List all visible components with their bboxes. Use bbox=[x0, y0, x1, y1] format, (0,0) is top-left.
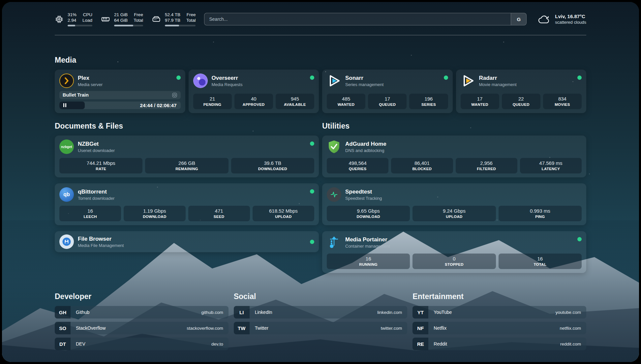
link-reddit[interactable]: RE Reddit reddit.com bbox=[412, 338, 586, 350]
section-title-entertainment: Entertainment bbox=[412, 292, 586, 301]
cloud-icon bbox=[537, 14, 551, 25]
status-dot-online bbox=[310, 141, 314, 146]
section-title-utilities: Utilities bbox=[322, 122, 586, 131]
cpu-progress-bar bbox=[68, 25, 92, 26]
stat-box: 17 WANTED bbox=[461, 94, 499, 109]
link-abbr: GH bbox=[55, 306, 71, 318]
cpu-label-2: Load bbox=[82, 17, 92, 23]
link-youtube[interactable]: YT YouTube youtube.com bbox=[412, 306, 586, 318]
link-netflix[interactable]: NF Netflix netflix.com bbox=[412, 322, 586, 334]
link-url: twitter.com bbox=[381, 326, 408, 331]
weather-widget[interactable]: Lviv, 16.87°C scattered clouds bbox=[537, 14, 586, 25]
card-portainer[interactable]: Media Portainer Container management 16 … bbox=[322, 231, 586, 273]
app-name: AdGuard Home bbox=[345, 141, 386, 147]
stat-box: 2,956 FILTERED bbox=[456, 158, 517, 173]
app-subtitle: Series management bbox=[345, 82, 383, 87]
playback-progress-bar: 24:44 / 02:06:47 bbox=[59, 102, 181, 109]
stat-box: 16 RUNNING bbox=[327, 254, 410, 269]
stat-box: 196 SERIES bbox=[409, 94, 448, 109]
stat-box: 471 SEED bbox=[188, 206, 250, 221]
stat-value: 196 bbox=[411, 96, 446, 102]
stat-box: 40 APPROVED bbox=[234, 94, 273, 109]
card-filebrowser[interactable]: File Browser Media File Management bbox=[55, 231, 319, 252]
link-abbr: LI bbox=[234, 306, 250, 318]
stat-box: 22 QUEUED bbox=[502, 94, 540, 109]
card-speedtest[interactable]: Speedtest Speedtest Tracking 9.65 Gbps D… bbox=[322, 183, 586, 225]
memory-total: 64 GiB bbox=[114, 17, 128, 23]
radarr-icon bbox=[461, 74, 475, 88]
stat-value: 21 bbox=[195, 96, 230, 102]
link-dev[interactable]: DT DEV dev.to bbox=[55, 338, 229, 350]
app-subtitle: Media server bbox=[78, 82, 103, 87]
card-radarr[interactable]: Radarr Movie management 17 WANTED 2 bbox=[456, 70, 587, 113]
card-sonarr[interactable]: Sonarr Series management 485 WANTED bbox=[322, 70, 453, 113]
stat-label: QUERIES bbox=[329, 167, 386, 171]
stat-box: 1.19 Gbps DOWNLOAD bbox=[124, 206, 185, 221]
link-twitter[interactable]: TW Twitter twitter.com bbox=[234, 322, 408, 334]
pause-icon bbox=[63, 103, 66, 107]
stat-label: LATENCY bbox=[522, 167, 580, 171]
link-name: Github bbox=[71, 310, 89, 315]
section-title-developer: Developer bbox=[55, 292, 229, 301]
stat-label: SEED bbox=[190, 215, 248, 219]
stat-label: MOVIES bbox=[545, 103, 580, 106]
stat-label: PENDING bbox=[195, 103, 230, 106]
app-subtitle: Media Requests bbox=[212, 82, 243, 87]
stat-value: 16 bbox=[61, 208, 119, 214]
stat-label: WANTED bbox=[329, 103, 363, 106]
snow-specks bbox=[2, 2, 3, 3]
app-name: Speedtest bbox=[345, 189, 382, 195]
app-name: File Browser bbox=[78, 236, 124, 242]
stat-label: SERIES bbox=[411, 103, 446, 106]
stat-label: UPLOAD bbox=[414, 215, 494, 219]
google-search-button[interactable]: G bbox=[511, 13, 526, 25]
stat-box: 21 PENDING bbox=[193, 94, 232, 109]
section-title-documents: Documents & Files bbox=[55, 122, 319, 131]
stat-value: 17 bbox=[370, 96, 405, 102]
stat-value: 9.24 Gbps bbox=[414, 208, 494, 214]
stat-value: 40 bbox=[236, 96, 271, 102]
link-url: github.com bbox=[201, 310, 229, 315]
weather-condition: scattered clouds bbox=[555, 20, 586, 25]
card-overseerr[interactable]: Overseerr Media Requests 21 PENDING bbox=[189, 70, 319, 113]
link-stackoverflow[interactable]: SO StackOverflow stackoverflow.com bbox=[55, 322, 229, 334]
pause-button[interactable] bbox=[59, 102, 85, 109]
stat-box: 744.21 Mbps RATE bbox=[59, 158, 142, 173]
header: 31% 2.94 CPU Load bbox=[55, 2, 586, 26]
card-qbittorrent[interactable]: qb qBittorrent Torrent downloader 16 bbox=[55, 183, 319, 225]
memory-stat: 21 GiB 64 GiB Free Total bbox=[101, 12, 143, 26]
stat-label: FILTERED bbox=[458, 167, 515, 171]
stat-value: 39.6 TB bbox=[233, 160, 312, 166]
adguard-icon bbox=[327, 139, 341, 154]
app-subtitle: Movie management bbox=[479, 82, 517, 87]
stat-box: 0.993 ms PING bbox=[499, 206, 582, 221]
card-adguard[interactable]: AdGuard Home DNS and adblocking 498,564 … bbox=[322, 136, 586, 177]
stat-value: 0 bbox=[414, 256, 494, 262]
link-github[interactable]: GH Github github.com bbox=[55, 306, 229, 318]
app-name: Plex bbox=[78, 75, 103, 81]
stat-value: 744.21 Mbps bbox=[61, 160, 140, 166]
app-subtitle: Torrent downloader bbox=[78, 196, 114, 201]
search-bar: G bbox=[204, 13, 527, 25]
app-name: qBittorrent bbox=[78, 189, 114, 195]
card-nzbget[interactable]: nzbget NZBGet Usenet downloader 744.21 M… bbox=[55, 136, 319, 177]
link-url: reddit.com bbox=[560, 342, 586, 347]
speedtest-icon bbox=[327, 187, 341, 202]
app-name: Overseerr bbox=[212, 75, 243, 81]
stat-box: 485 WANTED bbox=[327, 94, 365, 109]
stat-label: DOWNLOADED bbox=[233, 167, 312, 171]
search-input[interactable] bbox=[204, 13, 511, 25]
link-linkedin[interactable]: LI LinkedIn linkedin.com bbox=[234, 306, 408, 318]
portainer-icon bbox=[327, 235, 341, 250]
stat-box: 47.569 ms LATENCY bbox=[520, 158, 582, 173]
stat-label: DOWNLOAD bbox=[329, 215, 408, 219]
link-name: Twitter bbox=[250, 325, 268, 331]
disk-progress-bar bbox=[165, 25, 196, 26]
section-title-social: Social bbox=[234, 292, 408, 301]
link-name: DEV bbox=[71, 341, 85, 347]
stat-value: 17 bbox=[463, 96, 497, 102]
link-abbr: SO bbox=[55, 322, 71, 334]
link-url: dev.to bbox=[211, 342, 229, 347]
status-dot-online bbox=[310, 76, 314, 80]
card-plex[interactable]: Plex Media server Bullet Train bbox=[55, 70, 185, 113]
